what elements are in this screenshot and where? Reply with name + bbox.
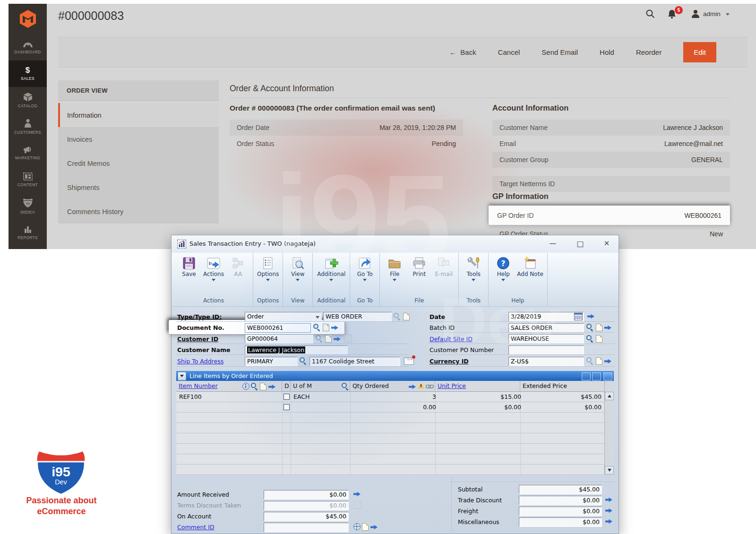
user-avatar-icon[interactable] bbox=[691, 9, 700, 20]
search-icon[interactable] bbox=[645, 9, 655, 20]
tab-comments-history[interactable]: Comments History bbox=[58, 199, 219, 224]
maximize-icon[interactable]: □ bbox=[573, 239, 587, 248]
chevron-down-icon[interactable] bbox=[726, 13, 730, 16]
expand-arrow-icon[interactable] bbox=[353, 491, 361, 497]
cell-qty[interactable]: 0.00 bbox=[355, 403, 436, 412]
sidebar-item-catalog[interactable]: CATALOG bbox=[9, 87, 47, 113]
table-row[interactable] bbox=[176, 465, 604, 475]
expand-arrow-icon[interactable] bbox=[605, 519, 612, 524]
new-note-icon[interactable] bbox=[325, 335, 332, 343]
table-row[interactable]: REF100 EACH 3 $15.00 $45.00 bbox=[176, 392, 604, 402]
customer-id-field[interactable]: GP000064 bbox=[245, 334, 313, 344]
table-row[interactable] bbox=[176, 444, 604, 454]
trade-discount-field[interactable]: $0.00 bbox=[519, 496, 602, 505]
close-icon[interactable]: ✕ bbox=[600, 239, 614, 248]
tools-button[interactable]: Tools bbox=[461, 254, 486, 295]
calendar-icon[interactable] bbox=[574, 313, 583, 320]
edit-button[interactable]: Edit bbox=[683, 42, 716, 62]
new-note-icon[interactable] bbox=[596, 335, 602, 343]
additional-button[interactable]: Additional bbox=[315, 254, 347, 295]
expand-arrow-icon[interactable] bbox=[604, 325, 611, 330]
window-titlebar[interactable]: Sales Transaction Entry - TWO (nagateja)… bbox=[172, 235, 619, 253]
lookup-icon[interactable] bbox=[251, 383, 258, 390]
cell-uofm[interactable]: EACH bbox=[293, 393, 309, 401]
new-note-icon[interactable] bbox=[260, 383, 266, 390]
file-button[interactable]: File bbox=[382, 254, 407, 295]
expand-arrow-icon[interactable] bbox=[370, 525, 378, 530]
customer-name-field[interactable]: Lawrence J Jackson bbox=[245, 345, 348, 355]
grid-button[interactable] bbox=[592, 372, 601, 380]
grid-collapse-button[interactable] bbox=[178, 372, 186, 380]
tab-credit-memos[interactable]: Credit Memos bbox=[58, 151, 219, 175]
site-id-field[interactable]: WAREHOUSE bbox=[508, 334, 584, 344]
default-site-id-link[interactable]: Default Site ID bbox=[430, 334, 472, 345]
drop-ship-checkbox[interactable] bbox=[284, 394, 290, 400]
view-button[interactable]: View bbox=[285, 254, 310, 295]
cell-extended-price[interactable]: $45.00 bbox=[525, 393, 601, 401]
tab-shipments[interactable]: Shipments bbox=[58, 175, 219, 199]
item-number-header-link[interactable]: Item Number bbox=[179, 382, 218, 389]
help-button[interactable]: ? Help bbox=[491, 254, 515, 295]
sidebar-item-sales[interactable]: $ SALES bbox=[9, 60, 47, 87]
comment-id-link[interactable]: Comment ID bbox=[177, 522, 215, 533]
sidebar-item-i95dev[interactable]: i95 I95DEV bbox=[9, 193, 47, 219]
cell-qty[interactable]: 3 bbox=[355, 393, 436, 401]
options-button[interactable]: Options bbox=[256, 254, 280, 295]
cell-unit-price[interactable]: $15.00 bbox=[440, 393, 521, 401]
cell-item-number[interactable]: REF100 bbox=[179, 393, 202, 401]
expand-arrow-icon[interactable] bbox=[334, 336, 341, 342]
link-icon[interactable] bbox=[426, 385, 433, 388]
lookup-icon[interactable] bbox=[586, 335, 593, 342]
sidebar-item-dashboard[interactable]: DASHBOARD bbox=[9, 34, 47, 60]
minimize-icon[interactable]: — bbox=[546, 239, 560, 248]
type-dropdown[interactable]: Order bbox=[245, 312, 322, 321]
ship-to-address-link[interactable]: Ship To Address bbox=[177, 356, 223, 367]
save-button[interactable]: Save bbox=[177, 254, 201, 295]
miscellaneous-field[interactable]: $0.00 bbox=[519, 517, 602, 527]
tab-invoices[interactable]: Invoices bbox=[58, 127, 219, 151]
freight-field[interactable]: $0.00 bbox=[519, 507, 602, 516]
lookup-icon[interactable] bbox=[313, 324, 320, 331]
sidebar-item-content[interactable]: CONTENT bbox=[9, 166, 47, 193]
hold-button[interactable]: Hold bbox=[600, 48, 614, 56]
new-note-icon[interactable] bbox=[403, 313, 410, 320]
expand-arrow-icon[interactable] bbox=[605, 508, 612, 513]
add-note-button[interactable]: Add Note bbox=[515, 254, 544, 295]
sidebar-item-marketing[interactable]: MARKETING bbox=[9, 140, 47, 166]
grid-scrollbar[interactable] bbox=[604, 381, 614, 475]
new-note-icon[interactable] bbox=[362, 523, 369, 531]
table-row[interactable] bbox=[176, 423, 604, 433]
table-row[interactable] bbox=[176, 413, 604, 423]
customer-email-link[interactable]: Lawrence@mail.net bbox=[664, 140, 723, 147]
back-button[interactable]: ← Back bbox=[449, 48, 476, 56]
reorder-button[interactable]: Reorder bbox=[636, 48, 662, 56]
grid-expand-button[interactable] bbox=[603, 372, 612, 380]
grid-button[interactable] bbox=[582, 372, 591, 380]
cell-unit-price[interactable]: $0.00 bbox=[440, 403, 521, 412]
new-note-icon[interactable] bbox=[596, 357, 602, 365]
print-button[interactable]: Print bbox=[407, 254, 431, 295]
customer-po-field[interactable] bbox=[508, 345, 584, 355]
expand-arrow-icon[interactable] bbox=[604, 359, 611, 364]
lookup-icon[interactable] bbox=[300, 357, 306, 364]
tab-information[interactable]: Information bbox=[58, 103, 219, 127]
cell-extended-price[interactable]: $0.00 bbox=[525, 403, 601, 412]
drop-ship-checkbox[interactable] bbox=[284, 404, 290, 410]
info-icon[interactable] bbox=[242, 383, 249, 390]
new-note-icon[interactable] bbox=[323, 324, 329, 331]
send-email-button[interactable]: Send Email bbox=[541, 48, 578, 56]
batch-id-field[interactable]: SALES ORDER bbox=[508, 323, 584, 333]
scroll-down-icon[interactable] bbox=[605, 466, 614, 474]
goto-button[interactable]: Go To bbox=[352, 254, 377, 295]
date-field[interactable]: 3/28/2019 bbox=[508, 312, 584, 321]
customer-name-link[interactable]: Lawrence J Jackson bbox=[663, 124, 723, 131]
scroll-up-icon[interactable] bbox=[605, 392, 614, 400]
actions-button[interactable]: Actions bbox=[201, 254, 226, 295]
lookup-icon[interactable] bbox=[586, 324, 593, 331]
magento-logo[interactable] bbox=[9, 4, 47, 34]
address-pin-icon[interactable] bbox=[404, 357, 414, 365]
cancel-button[interactable]: Cancel bbox=[498, 48, 520, 56]
unit-price-header-link[interactable]: Unit Price bbox=[438, 382, 466, 389]
admin-user-label[interactable]: admin bbox=[703, 10, 721, 17]
ship-street-field[interactable]: 1167 Coolidge Street bbox=[309, 357, 400, 366]
